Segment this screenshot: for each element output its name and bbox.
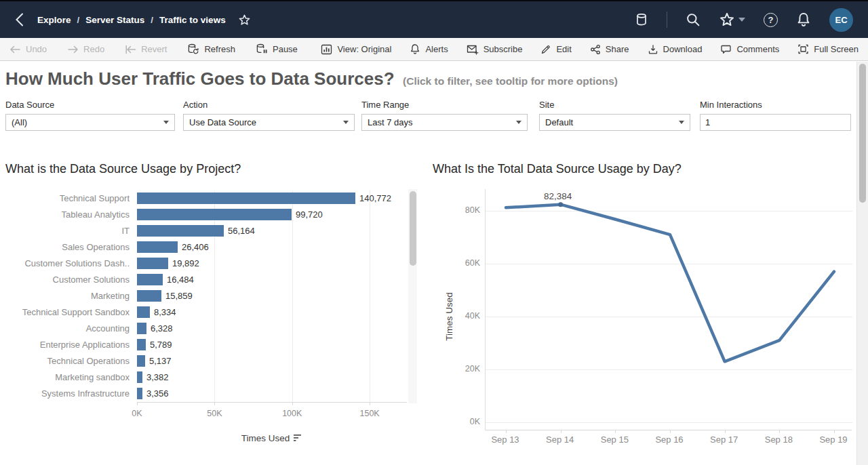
data-sources-icon[interactable] [635, 12, 648, 28]
help-icon[interactable]: ? [764, 13, 778, 27]
bar[interactable] [137, 371, 142, 383]
line-chart-axis-tick [561, 430, 561, 433]
bar[interactable] [137, 339, 146, 350]
undo-button[interactable]: Undo [9, 44, 47, 54]
download-button[interactable]: Download [648, 44, 703, 55]
edit-button[interactable]: Edit [540, 44, 571, 55]
back-icon[interactable] [15, 13, 24, 26]
filter-data-source: Data Source (All) [5, 100, 175, 131]
bar-chart-x-axis-label[interactable]: Times Used [137, 433, 407, 443]
notifications-bell-icon[interactable] [796, 12, 811, 28]
share-icon [590, 44, 601, 55]
breadcrumb-server-status[interactable]: Server Status [85, 15, 144, 25]
bar-value-label: 8,334 [154, 304, 176, 321]
subscribe-button[interactable]: Subscribe [467, 44, 523, 55]
view-original-button[interactable]: View: Original [321, 44, 391, 55]
line-series[interactable] [486, 189, 852, 430]
bar-chart-scrollbar-thumb[interactable] [410, 191, 416, 266]
bar-value-label: 6,328 [151, 321, 173, 337]
dropdown-value: Last 7 days [368, 117, 413, 127]
bar[interactable] [137, 225, 224, 237]
bar[interactable] [137, 323, 146, 334]
line-chart-x-tick-label: Sep 13 [478, 434, 532, 445]
line-chart-x-tick-label: Sep 18 [751, 434, 806, 445]
bar-category-label: Technical Operations [0, 353, 130, 369]
line-chart-x-tick-label: Sep 14 [533, 434, 587, 445]
line-chart-title: What Is the Total Data Source Usage by D… [433, 162, 682, 176]
bar-category-label: Tableau Analytics [0, 207, 130, 223]
bar-category-label: Technical Support Sandbox [0, 304, 130, 321]
fullscreen-icon [797, 44, 809, 54]
time-range-dropdown[interactable]: Last 7 days [361, 114, 528, 131]
filter-label: Time Range [361, 100, 528, 110]
bar[interactable] [137, 306, 150, 318]
filter-label: Data Source [5, 100, 175, 110]
fullscreen-button[interactable]: Full Screen [797, 44, 859, 54]
bar-chart-x-tick-label: 50K [191, 409, 238, 418]
line-chart-annotation: 82,384 [528, 191, 589, 201]
revert-icon [125, 45, 136, 54]
page-scrollbar-thumb[interactable] [859, 64, 866, 203]
line-chart-x-tick-label: Sep 19 [806, 434, 861, 445]
comments-button[interactable]: Comments [720, 44, 779, 55]
favorites-menu[interactable] [719, 12, 745, 28]
refresh-button[interactable]: Refresh [187, 43, 235, 55]
bar-category-label: Systems Infrastructure [0, 386, 130, 402]
min-interactions-input[interactable] [700, 114, 851, 131]
pencil-icon [540, 44, 551, 55]
redo-button[interactable]: Redo [67, 44, 104, 54]
action-dropdown[interactable]: Use Data Source [183, 114, 355, 131]
revert-button[interactable]: Revert [125, 44, 167, 54]
bar-chart-gridline [292, 190, 293, 402]
pause-button[interactable]: Pause [256, 43, 298, 55]
bar-value-label: 5,137 [149, 353, 172, 369]
line-chart-axis-tick [506, 430, 507, 433]
bar[interactable] [137, 193, 355, 204]
dropdown-caret-icon [679, 121, 684, 124]
bar-chart-axis-tick [137, 403, 138, 405]
bar-chart-gridline [214, 190, 215, 402]
breadcrumb-explore[interactable]: Explore [37, 15, 71, 25]
filter-time-range: Time Range Last 7 days [361, 100, 528, 131]
search-icon[interactable] [686, 12, 701, 27]
share-button[interactable]: Share [590, 44, 629, 55]
bar-category-label: Marketing sandbox [0, 369, 130, 386]
topbar-divider [667, 12, 667, 28]
dropdown-caret-icon [516, 121, 521, 124]
bar-value-label: 16,484 [167, 272, 194, 288]
line-chart-axis-tick [670, 430, 671, 433]
bar[interactable] [137, 258, 168, 269]
filter-action: Action Use Data Source [183, 100, 355, 131]
bar[interactable] [137, 274, 163, 285]
line-chart-x-tick-label: Sep 17 [697, 434, 751, 445]
filter-site: Site Default [539, 100, 690, 131]
view-toolbar: Undo Redo Revert Refresh Pause View: Ori… [0, 38, 868, 61]
comment-bubble-icon [720, 44, 732, 55]
page-title: How Much User Traffic Goes to Data Sourc… [5, 68, 395, 89]
arrow-right-icon [67, 45, 79, 54]
subscribe-envelope-icon [467, 44, 479, 55]
download-icon [648, 44, 658, 55]
bar-category-label: Accounting [0, 321, 130, 337]
alerts-button[interactable]: Alerts [410, 43, 448, 55]
bar[interactable] [137, 355, 145, 367]
data-source-dropdown[interactable]: (All) [5, 114, 175, 131]
view-icon [321, 44, 332, 55]
site-dropdown[interactable]: Default [539, 114, 690, 131]
bar-chart-axis-tick [292, 403, 293, 405]
favorite-star-icon[interactable] [238, 14, 251, 26]
annotated-data-point[interactable] [558, 202, 563, 207]
line-chart-axis-tick [779, 430, 780, 433]
bar[interactable] [137, 388, 142, 399]
bar[interactable] [137, 290, 161, 302]
line-chart-y-tick-label: 0K [445, 417, 480, 426]
bar[interactable] [137, 241, 178, 253]
line-chart-y-tick-label: 60K [445, 258, 480, 268]
filter-label: Site [539, 100, 690, 110]
bar[interactable] [137, 209, 292, 220]
dropdown-value: Use Data Source [189, 117, 256, 127]
line-chart-y-tick-label: 80K [445, 205, 480, 215]
dropdown-caret-icon [163, 121, 169, 124]
avatar[interactable]: EC [829, 8, 853, 32]
bar-chart-x-tick-label: 0K [113, 409, 161, 418]
